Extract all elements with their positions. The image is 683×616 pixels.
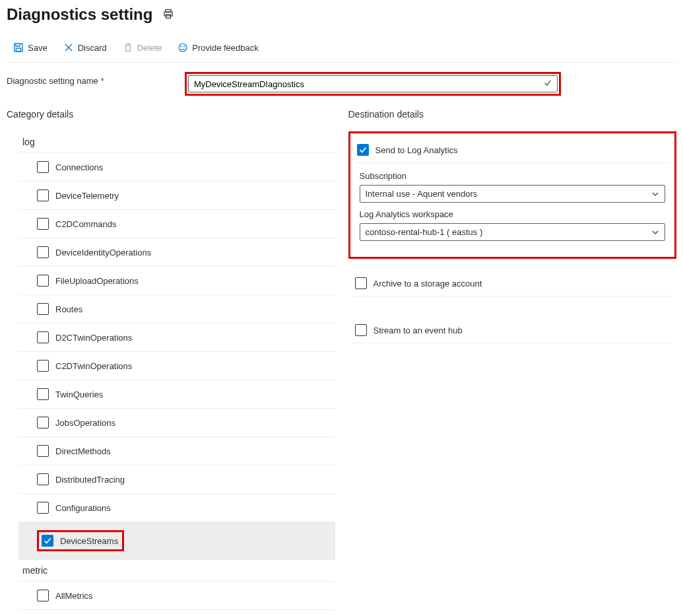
log-item-row: JobsOperations <box>18 409 335 437</box>
page-title: Diagnostics setting <box>7 5 152 24</box>
workspace-dropdown[interactable]: contoso-rental-hub-1 ( eastus ) <box>360 223 666 241</box>
category-title: Category details <box>7 109 335 120</box>
delete-button: Delete <box>116 40 169 55</box>
log-item-checkbox-c2dcommands[interactable] <box>37 218 49 230</box>
log-item-checkbox-connections[interactable] <box>37 161 49 173</box>
storage-checkbox[interactable] <box>355 277 367 289</box>
chevron-down-icon <box>651 190 659 198</box>
log-item-label: DeviceIdentityOperations <box>55 248 151 257</box>
save-icon <box>13 42 24 53</box>
toolbar: Save Discard Delete Provide feedback <box>7 40 676 63</box>
log-item-row: DeviceIdentityOperations <box>18 238 335 267</box>
log-item-label: FileUploadOperations <box>55 276 139 286</box>
destination-column: Destination details Send to Log Analytic… <box>348 109 677 610</box>
eventhub-checkbox[interactable] <box>355 324 367 336</box>
subscription-value: Internal use - Aquent vendors <box>366 189 478 199</box>
delete-label: Delete <box>137 43 162 53</box>
log-item-checkbox-directmethods[interactable] <box>37 445 49 457</box>
devicestreams-highlight: DeviceStreams <box>37 530 124 551</box>
log-item-checkbox-fileuploadoperations[interactable] <box>37 275 49 287</box>
save-button[interactable]: Save <box>7 40 54 55</box>
log-item-label: DistributedTracing <box>55 475 125 485</box>
discard-button[interactable]: Discard <box>57 40 114 55</box>
svg-point-6 <box>181 46 181 47</box>
log-item-row: DeviceTelemetry <box>18 182 335 210</box>
log-item-label: Routes <box>55 304 82 314</box>
svg-point-5 <box>179 44 187 51</box>
svg-rect-2 <box>166 15 171 18</box>
category-column: Category details log ConnectionsDeviceTe… <box>7 109 335 610</box>
diagnostic-name-input[interactable] <box>188 75 558 92</box>
eventhub-box: Stream to an event hub <box>348 314 677 353</box>
svg-point-7 <box>184 46 185 47</box>
log-item-checkbox-c2dtwinoperations[interactable] <box>37 360 49 372</box>
print-icon[interactable] <box>163 9 174 21</box>
log-item-checkbox-routes[interactable] <box>37 303 49 315</box>
log-item-label: Configurations <box>55 503 111 513</box>
metric-item-row: AllMetrics <box>18 582 335 610</box>
discard-icon <box>63 42 74 53</box>
log-analytics-label: Send to Log Analytics <box>375 145 458 155</box>
log-item-label: D2CTwinOperations <box>55 333 132 343</box>
log-item-row: DeviceStreams <box>18 522 335 560</box>
feedback-button[interactable]: Provide feedback <box>171 40 265 55</box>
storage-box: Archive to a storage account <box>348 267 677 306</box>
save-label: Save <box>28 43 48 53</box>
log-group-header: log <box>18 131 335 153</box>
metric-group-header: metric <box>18 560 335 582</box>
diagnostic-name-highlight <box>185 72 561 96</box>
log-item-label: C2DCommands <box>55 219 116 229</box>
subscription-label: Subscription <box>360 171 666 181</box>
log-item-label: C2DTwinOperations <box>55 361 132 371</box>
subscription-dropdown[interactable]: Internal use - Aquent vendors <box>360 185 666 203</box>
log-item-checkbox-devicetelemetry[interactable] <box>37 189 49 201</box>
log-item-checkbox-twinqueries[interactable] <box>37 388 49 400</box>
log-item-row: FileUploadOperations <box>18 267 335 295</box>
diagnostic-name-label: Diagnostic setting name * <box>7 76 172 86</box>
log-item-row: DistributedTracing <box>18 465 335 494</box>
log-analytics-box: Send to Log Analytics Subscription Inter… <box>348 131 677 259</box>
metric-item-label: AllMetrics <box>55 591 92 601</box>
discard-label: Discard <box>78 43 107 53</box>
log-item-row: Connections <box>18 153 335 182</box>
svg-rect-4 <box>16 48 21 51</box>
log-item-checkbox-d2ctwinoperations[interactable] <box>37 331 49 343</box>
feedback-icon <box>178 42 188 53</box>
log-item-label: DeviceTelemetry <box>55 191 119 201</box>
feedback-label: Provide feedback <box>192 43 258 53</box>
log-item-row: D2CTwinOperations <box>18 324 335 352</box>
chevron-down-icon <box>651 228 659 236</box>
log-item-checkbox-devicestreams[interactable] <box>42 535 53 547</box>
eventhub-label: Stream to an event hub <box>374 325 463 335</box>
workspace-label: Log Analytics workspace <box>360 209 666 219</box>
log-item-checkbox-jobsoperations[interactable] <box>37 417 49 428</box>
log-item-row: C2DCommands <box>18 210 335 238</box>
destination-title: Destination details <box>348 109 677 120</box>
log-item-row: Routes <box>18 295 335 324</box>
delete-icon <box>123 42 133 53</box>
log-item-checkbox-deviceidentityoperations[interactable] <box>37 246 49 258</box>
storage-label: Archive to a storage account <box>374 279 482 289</box>
log-item-label: DirectMethods <box>55 446 111 456</box>
log-item-label: TwinQueries <box>55 390 103 399</box>
svg-rect-1 <box>164 12 172 16</box>
log-item-row: TwinQueries <box>18 380 335 409</box>
log-item-checkbox-configurations[interactable] <box>37 502 49 514</box>
check-icon <box>543 79 552 90</box>
log-item-label: DeviceStreams <box>60 536 118 546</box>
log-item-row: DirectMethods <box>18 437 335 465</box>
log-item-row: C2DTwinOperations <box>18 352 335 380</box>
log-item-label: JobsOperations <box>55 418 115 428</box>
log-item-row: Configurations <box>18 494 335 522</box>
workspace-value: contoso-rental-hub-1 ( eastus ) <box>366 227 483 237</box>
log-item-checkbox-distributedtracing[interactable] <box>37 473 49 485</box>
metric-item-checkbox[interactable] <box>37 590 49 601</box>
log-item-label: Connections <box>55 162 103 172</box>
log-analytics-checkbox[interactable] <box>357 144 369 156</box>
